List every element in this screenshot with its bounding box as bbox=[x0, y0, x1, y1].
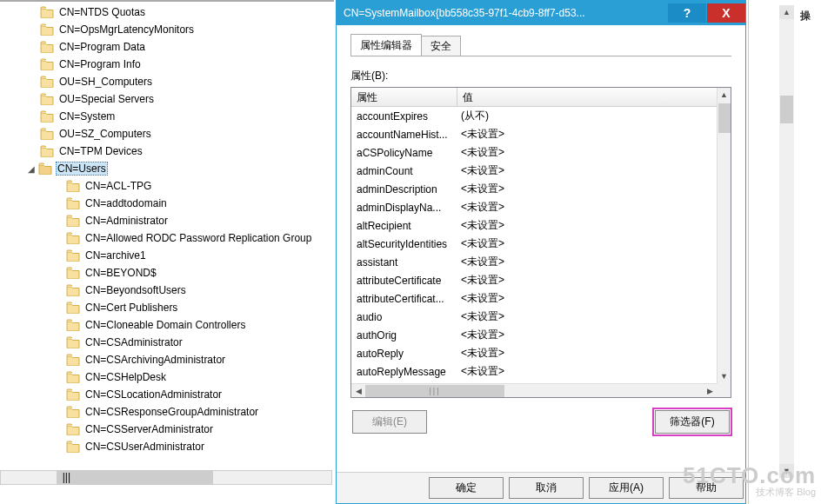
scroll-up-icon[interactable]: ▲ bbox=[718, 88, 731, 102]
attributes-listbox[interactable]: 属性 值 accountExpires(从不)accountNameHist..… bbox=[350, 87, 731, 398]
tree-node[interactable]: CN=System bbox=[0, 108, 334, 125]
attr-value: (从不) bbox=[457, 109, 717, 123]
cancel-button[interactable]: 取消 bbox=[509, 477, 584, 499]
scroll-up-icon[interactable]: ▲ bbox=[779, 5, 794, 19]
properties-dialog: CN=SystemMailbox{bb558c35-97f1-4cb9-8ff7… bbox=[336, 0, 746, 504]
folder-icon bbox=[66, 354, 80, 366]
filter-button[interactable]: 筛选器(F) bbox=[655, 410, 730, 434]
attribute-row[interactable]: adminDisplayNa...<未设置> bbox=[351, 198, 717, 216]
tab-inactive[interactable]: 安全 bbox=[421, 36, 461, 56]
attr-name: adminCount bbox=[351, 165, 457, 177]
folder-icon bbox=[66, 388, 80, 401]
attr-name: autoReply bbox=[351, 348, 457, 360]
attribute-row[interactable]: aCSPolicyName<未设置> bbox=[351, 143, 717, 162]
attribute-row[interactable]: autoReplyMessage<未设置> bbox=[351, 362, 717, 381]
scrollbar-thumb[interactable] bbox=[780, 96, 793, 123]
attribute-row[interactable]: altRecipient<未设置> bbox=[351, 216, 717, 235]
scrollbar-thumb[interactable] bbox=[718, 103, 731, 133]
tree-node-label: CN=CSServerAdministrator bbox=[83, 423, 215, 435]
tree-node-label: CN=addtodomain bbox=[83, 197, 169, 209]
folder-icon bbox=[40, 23, 54, 36]
tree-node[interactable]: CN=OpsMgrLatencyMonitors bbox=[0, 21, 334, 38]
tree-node-label: CN=TPM Devices bbox=[57, 145, 144, 157]
tree-node[interactable]: CN=Allowed RODC Password Replication Gro… bbox=[0, 229, 334, 247]
attribute-row[interactable]: audio<未设置> bbox=[351, 308, 717, 326]
attribute-row[interactable]: attributeCertificat...<未设置> bbox=[351, 289, 717, 308]
tree-node[interactable]: OU=Special Servers bbox=[0, 90, 334, 108]
titlebar[interactable]: CN=SystemMailbox{bb558c35-97f1-4cb9-8ff7… bbox=[337, 1, 745, 25]
tree-node-label: CN=BeyondsoftUsers bbox=[83, 284, 188, 296]
tree-node[interactable]: CN=BEYOND$ bbox=[0, 264, 334, 282]
scroll-down-icon[interactable]: ▼ bbox=[718, 369, 731, 383]
apply-button[interactable]: 应用(A) bbox=[589, 477, 664, 499]
tree-node[interactable]: CN=CSLocationAdministrator bbox=[0, 386, 334, 403]
column-header-name[interactable]: 属性 bbox=[351, 88, 457, 106]
tree-node[interactable]: OU=SH_Computers bbox=[0, 73, 334, 90]
scrollbar-thumb[interactable]: ||| bbox=[365, 385, 504, 397]
tree-node[interactable]: CN=archive1 bbox=[0, 247, 334, 264]
attr-name: authOrig bbox=[351, 329, 457, 342]
tabstrip: 属性编辑器安全 bbox=[350, 34, 731, 56]
attr-name: accountNameHist... bbox=[351, 129, 457, 141]
attribute-row[interactable]: adminCount<未设置> bbox=[351, 162, 717, 180]
folder-icon bbox=[40, 145, 54, 157]
attribute-row[interactable]: altSecurityIdentities<未设置> bbox=[351, 235, 717, 253]
scroll-left-icon[interactable]: ◀ bbox=[351, 387, 365, 395]
tree-node[interactable]: CN=CSServerAdministrator bbox=[0, 421, 334, 438]
ok-button[interactable]: 确定 bbox=[429, 477, 504, 499]
tree-node[interactable]: CN=Cert Publishers bbox=[0, 299, 334, 316]
column-header-value[interactable]: 值 bbox=[457, 88, 731, 106]
attr-name: altRecipient bbox=[351, 220, 457, 232]
help-button[interactable]: ? bbox=[668, 3, 706, 23]
scrollbar-thumb[interactable]: ||| bbox=[57, 471, 213, 484]
right-vscrollbar[interactable]: ▲ ▼ bbox=[779, 5, 794, 478]
tree-node[interactable]: CN=Program Info bbox=[0, 56, 334, 73]
tree-hscrollbar[interactable]: ||| bbox=[0, 470, 332, 485]
close-button[interactable]: X bbox=[707, 3, 745, 23]
folder-icon bbox=[66, 423, 80, 435]
tree-node[interactable]: CN=CSUserAdministrator bbox=[0, 438, 334, 455]
tree-node[interactable]: CN=Cloneable Domain Controllers bbox=[0, 316, 334, 334]
list-header[interactable]: 属性 值 bbox=[351, 88, 731, 107]
attr-value: <未设置> bbox=[457, 255, 717, 269]
attribute-row[interactable]: autoReply<未设置> bbox=[351, 344, 717, 362]
tree-node-label: CN=CSHelpDesk bbox=[83, 371, 168, 383]
edit-button[interactable]: 编辑(E) bbox=[352, 410, 427, 434]
tree-node[interactable]: CN=TPM Devices bbox=[0, 143, 334, 160]
list-vscrollbar[interactable]: ▲ ▼ bbox=[717, 88, 731, 383]
tree-node[interactable]: OU=SZ_Computers bbox=[0, 125, 334, 143]
attr-name: audio bbox=[351, 311, 457, 323]
folder-icon bbox=[66, 267, 80, 279]
folder-icon bbox=[40, 93, 54, 105]
attribute-row[interactable]: assistant<未设置> bbox=[351, 253, 717, 271]
tree-node-label: OU=SZ_Computers bbox=[57, 128, 153, 140]
tree-node[interactable]: CN=CSHelpDesk bbox=[0, 368, 334, 386]
expander-icon[interactable]: ◢ bbox=[26, 163, 37, 174]
tree-node-label: CN=ACL-TPG bbox=[83, 180, 153, 192]
help-button[interactable]: 帮助 bbox=[669, 477, 744, 499]
tree-node[interactable]: CN=ACL-TPG bbox=[0, 177, 334, 195]
tree-node[interactable]: CN=CSArchivingAdministrator bbox=[0, 351, 334, 368]
tree-node[interactable]: CN=CSResponseGroupAdministrator bbox=[0, 403, 334, 421]
attribute-row[interactable]: accountExpires(从不) bbox=[351, 107, 717, 125]
tree-node[interactable]: CN=Administrator bbox=[0, 212, 334, 229]
list-hscrollbar[interactable]: ◀ ||| ▶ bbox=[351, 383, 717, 397]
attribute-row[interactable]: authOrig<未设置> bbox=[351, 326, 717, 344]
attribute-row[interactable]: adminDescription<未设置> bbox=[351, 180, 717, 198]
scroll-right-icon[interactable]: ▶ bbox=[703, 387, 717, 395]
tree-node[interactable]: CN=NTDS Quotas bbox=[0, 3, 334, 21]
attr-value: <未设置> bbox=[457, 291, 717, 306]
tree-node[interactable]: CN=Program Data bbox=[0, 38, 334, 56]
tree-node-label: CN=Cloneable Domain Controllers bbox=[83, 319, 247, 331]
attribute-row[interactable]: attributeCertificate<未设置> bbox=[351, 271, 717, 289]
tree-node[interactable]: CN=BeyondsoftUsers bbox=[0, 282, 334, 299]
attr-name: accountExpires bbox=[351, 110, 457, 123]
tree-node-selected[interactable]: ◢CN=Users bbox=[0, 160, 334, 177]
attribute-row[interactable]: accountNameHist...<未设置> bbox=[351, 125, 717, 143]
scroll-down-icon[interactable]: ▼ bbox=[779, 464, 794, 478]
tab-active[interactable]: 属性编辑器 bbox=[350, 34, 422, 56]
tree-node[interactable]: CN=CSAdministrator bbox=[0, 334, 334, 351]
scroll-corner bbox=[717, 383, 731, 397]
tree-node[interactable]: CN=addtodomain bbox=[0, 195, 334, 212]
attr-value: <未设置> bbox=[457, 346, 717, 361]
